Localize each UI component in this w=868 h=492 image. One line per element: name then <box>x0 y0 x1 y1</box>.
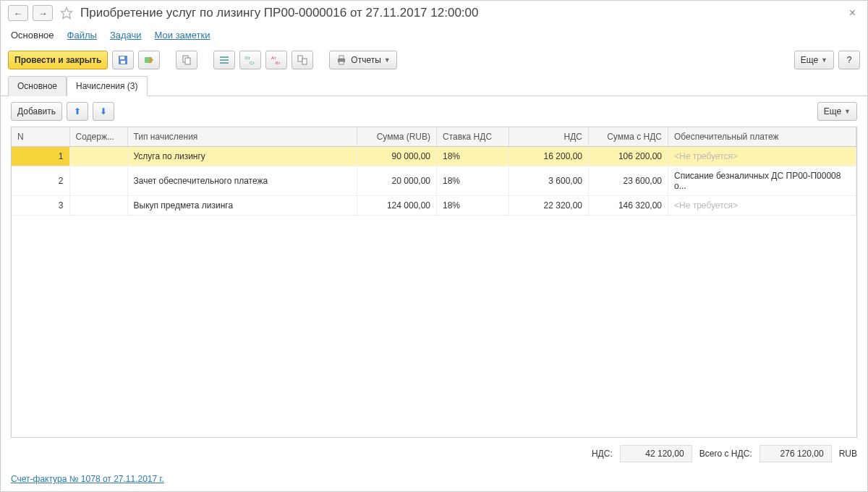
reports-button[interactable]: Отчеты▼ <box>329 51 396 69</box>
lines-icon <box>218 54 230 66</box>
total-label: Всего с НДС: <box>699 449 752 459</box>
svg-rect-8 <box>220 59 229 61</box>
floppy-icon <box>117 54 129 66</box>
col-n[interactable]: N <box>12 127 69 147</box>
cell-vat-rate: 18% <box>437 147 509 166</box>
col-content[interactable]: Содерж... <box>69 127 127 147</box>
table-row[interactable]: 2Зачет обеспечительного платежа20 000,00… <box>12 166 856 196</box>
detail-button[interactable] <box>213 51 235 69</box>
svg-text:Cт: Cт <box>250 61 255 65</box>
svg-rect-14 <box>298 56 302 62</box>
help-button[interactable]: ? <box>838 51 860 69</box>
dtct-green-button[interactable]: DтCт <box>239 51 261 69</box>
vat-label: НДС: <box>592 449 613 459</box>
col-sum[interactable]: Сумма (RUB) <box>357 127 437 147</box>
save-button[interactable] <box>112 51 134 69</box>
link-files[interactable]: Файлы <box>67 30 97 41</box>
svg-rect-17 <box>339 56 344 59</box>
svg-rect-9 <box>220 62 229 64</box>
col-deposit[interactable]: Обеспечительный платеж <box>668 127 856 147</box>
tab-main[interactable]: Основное <box>8 76 67 96</box>
cell-deposit: <Не требуется> <box>668 147 856 166</box>
cell-n: 3 <box>12 196 69 216</box>
cell-n: 1 <box>12 147 69 166</box>
arrow-down-icon: ⬇ <box>100 106 107 116</box>
link-bar: Основное Файлы Задачи Мои заметки <box>1 25 867 48</box>
cell-vat-rate: 18% <box>437 196 509 216</box>
svg-marker-0 <box>61 8 72 19</box>
table-row[interactable]: 3Выкуп предмета лизинга124 000,0018%22 3… <box>12 196 856 216</box>
arrow-up-icon: ⬆ <box>74 106 81 116</box>
col-vat-rate[interactable]: Ставка НДС <box>437 127 509 147</box>
cell-vat: 22 320,00 <box>509 196 589 216</box>
cell-type: Зачет обеспечительного платежа <box>127 166 357 196</box>
total-value: 276 120,00 <box>760 445 832 462</box>
svg-rect-2 <box>120 56 124 59</box>
more-button-sub[interactable]: Еще▼ <box>817 102 857 121</box>
link-tasks[interactable]: Задачи <box>110 30 142 41</box>
cell-content <box>69 147 127 166</box>
tab-accruals[interactable]: Начисления (3) <box>67 76 148 96</box>
accruals-table[interactable]: N Содерж... Тип начисления Сумма (RUB) С… <box>11 127 857 438</box>
link-notes[interactable]: Мои заметки <box>155 30 210 41</box>
add-row-button[interactable]: Добавить <box>11 102 62 121</box>
link-main[interactable]: Основное <box>11 30 54 41</box>
currency-label: RUB <box>839 449 857 459</box>
svg-text:Кт: Кт <box>276 61 280 65</box>
svg-rect-15 <box>302 59 307 64</box>
cell-deposit: <Не требуется> <box>668 196 856 216</box>
cell-sum-vat: 106 200,00 <box>589 147 668 166</box>
svg-rect-3 <box>121 61 125 64</box>
nav-back-button[interactable]: ← <box>8 5 28 21</box>
move-down-button[interactable]: ⬇ <box>93 102 114 121</box>
table-row[interactable]: 1Услуга по лизингу90 000,0018%16 200,001… <box>12 147 856 166</box>
post-icon <box>143 54 155 66</box>
window-title: Приобретение услуг по лизингу ПР00-00000… <box>80 6 841 20</box>
cell-deposit: Списание безналичных ДС ПР00-П00008 о... <box>668 166 856 196</box>
more-button-top[interactable]: Еще▼ <box>794 51 834 69</box>
cell-type: Услуга по лизингу <box>127 147 357 166</box>
invoice-link[interactable]: Счет-фактура № 1078 от 27.11.2017 г. <box>11 474 164 484</box>
nav-forward-button[interactable]: → <box>33 5 53 21</box>
svg-rect-7 <box>220 56 229 58</box>
chevron-down-icon: ▼ <box>844 108 851 115</box>
dtct-green-icon: DтCт <box>244 54 256 66</box>
cell-n: 2 <box>12 166 69 196</box>
dtct-red-icon: AтКт <box>271 54 282 66</box>
cell-sum-vat: 146 320,00 <box>589 196 668 216</box>
dtct-red-button[interactable]: AтКт <box>265 51 287 69</box>
col-type[interactable]: Тип начисления <box>127 127 357 147</box>
cell-vat: 3 600,00 <box>509 166 589 196</box>
post-button[interactable] <box>138 51 160 69</box>
cell-sum-vat: 23 600,00 <box>589 166 668 196</box>
post-and-close-button[interactable]: Провести и закрыть <box>8 51 108 69</box>
svg-text:Aт: Aт <box>271 56 276 60</box>
vat-value: 42 120,00 <box>620 445 692 462</box>
cell-vat: 16 200,00 <box>509 147 589 166</box>
favorite-star-icon[interactable] <box>60 7 73 20</box>
cell-sum: 124 000,00 <box>357 196 437 216</box>
col-vat[interactable]: НДС <box>509 127 589 147</box>
move-up-button[interactable]: ⬆ <box>67 102 88 121</box>
svg-text:Dт: Dт <box>245 56 250 60</box>
cell-type: Выкуп предмета лизинга <box>127 196 357 216</box>
col-sum-vat[interactable]: Сумма с НДС <box>589 127 668 147</box>
cell-content <box>69 196 127 216</box>
attach-button[interactable] <box>292 51 313 69</box>
cell-vat-rate: 18% <box>437 166 509 196</box>
documents-icon <box>181 54 192 66</box>
svg-rect-6 <box>185 58 190 64</box>
cell-content <box>69 166 127 196</box>
copy-button[interactable] <box>176 51 197 69</box>
cell-sum: 20 000,00 <box>357 166 437 196</box>
link-docs-icon <box>297 54 308 66</box>
svg-rect-18 <box>339 62 344 64</box>
cell-sum: 90 000,00 <box>357 147 437 166</box>
chevron-down-icon: ▼ <box>384 56 391 64</box>
printer-icon <box>336 54 347 66</box>
close-icon[interactable]: × <box>845 7 860 20</box>
chevron-down-icon: ▼ <box>821 56 827 64</box>
